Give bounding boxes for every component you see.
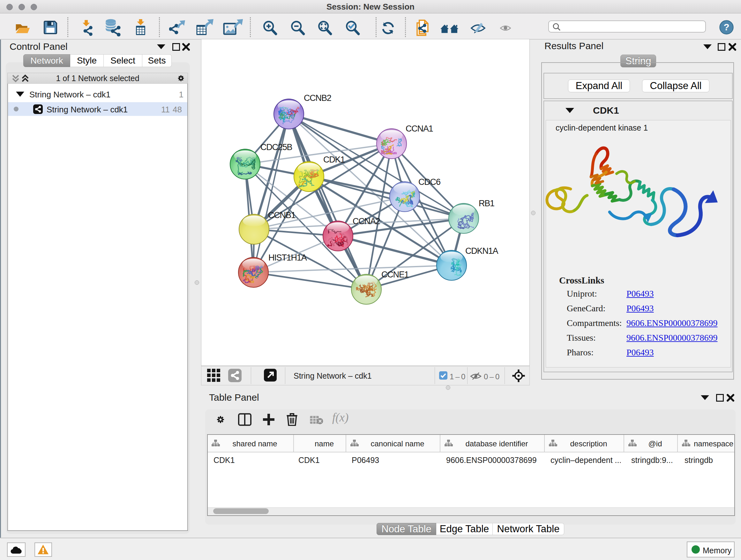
svg-text:HIST1H1A: HIST1H1A [268, 253, 307, 262]
svg-text:CDK1: CDK1 [323, 155, 345, 165]
svg-text:?: ? [724, 22, 729, 32]
svg-text:CDKN1A: CDKN1A [465, 246, 498, 256]
svg-text:RB1: RB1 [479, 199, 494, 208]
svg-text:CCNB2: CCNB2 [304, 93, 331, 103]
svg-text:CDC6: CDC6 [418, 177, 441, 187]
svg-text:CCNB1: CCNB1 [268, 210, 295, 220]
svg-text:CCNA2: CCNA2 [353, 216, 380, 226]
svg-text:CDC25B: CDC25B [260, 142, 292, 152]
svg-text:CCNE1: CCNE1 [381, 270, 409, 279]
svg-text:CCNA1: CCNA1 [406, 124, 433, 133]
